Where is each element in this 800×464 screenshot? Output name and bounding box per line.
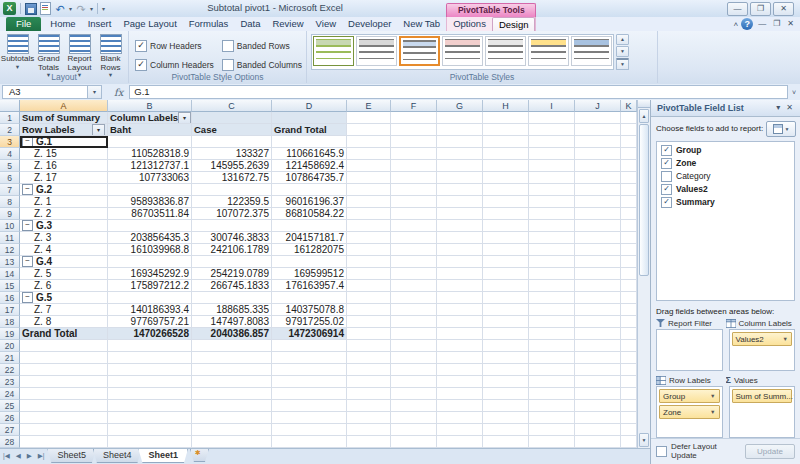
cell-K15[interactable] (621, 280, 637, 292)
field-item-zone[interactable]: ✓Zone (657, 157, 794, 170)
cell-D9[interactable]: 86810584.22 (272, 208, 347, 220)
cell-D12[interactable]: 161282075 (272, 244, 347, 256)
column-header-C[interactable]: C (192, 100, 272, 112)
cell-H22[interactable] (483, 364, 529, 376)
cell-E22[interactable] (347, 364, 391, 376)
cell-H2[interactable] (483, 124, 529, 136)
cell-D3[interactable] (272, 136, 347, 148)
cell-E9[interactable] (347, 208, 391, 220)
cell-I11[interactable] (529, 232, 575, 244)
field-checkbox-values2[interactable]: ✓ (661, 184, 672, 195)
cell-A22[interactable] (20, 364, 108, 376)
style-swatch-gold[interactable] (528, 36, 569, 66)
sheet-tab-sheet4[interactable]: Sheet4 (93, 449, 142, 463)
column-header-F[interactable]: F (391, 100, 437, 112)
cell-C5[interactable]: 145955.2639 (192, 160, 272, 172)
cell-J3[interactable] (575, 136, 621, 148)
cell-G3[interactable] (437, 136, 483, 148)
cell-D4[interactable]: 110661645.9 (272, 148, 347, 160)
cell-B21[interactable] (108, 352, 192, 364)
formula-input[interactable]: G.1 (129, 85, 788, 99)
cell-K19[interactable] (621, 328, 637, 340)
cell-A26[interactable] (20, 412, 108, 424)
cell-F24[interactable] (391, 388, 437, 400)
cell-G24[interactable] (437, 388, 483, 400)
cell-A15[interactable]: Z. 6 (20, 280, 108, 292)
cell-F19[interactable] (391, 328, 437, 340)
help-icon[interactable]: ? (741, 18, 753, 30)
cell-D21[interactable] (272, 352, 347, 364)
cell-I16[interactable] (529, 292, 575, 304)
cell-C12[interactable]: 242106.1789 (192, 244, 272, 256)
cell-E12[interactable] (347, 244, 391, 256)
cell-A16[interactable]: −G.5 (20, 292, 108, 304)
cell-C16[interactable] (192, 292, 272, 304)
cell-D2[interactable]: Grand Total (272, 124, 347, 136)
cell-H16[interactable] (483, 292, 529, 304)
cell-C9[interactable]: 107072.375 (192, 208, 272, 220)
filter-dropdown-icon[interactable]: ▾ (92, 124, 105, 136)
cell-A5[interactable]: Z. 16 (20, 160, 108, 172)
cell-E18[interactable] (347, 316, 391, 328)
cell-A10[interactable]: −G.3 (20, 220, 108, 232)
cell-A8[interactable]: Z. 1 (20, 196, 108, 208)
cell-A1[interactable]: Sum of Summary (20, 112, 108, 124)
column-header-G[interactable]: G (437, 100, 483, 112)
cell-F7[interactable] (391, 184, 437, 196)
cell-K20[interactable] (621, 340, 637, 352)
cell-A7[interactable]: −G.2 (20, 184, 108, 196)
cell-B14[interactable]: 169345292.9 (108, 268, 192, 280)
cell-D28[interactable] (272, 436, 347, 448)
cell-I19[interactable] (529, 328, 575, 340)
row-header-5[interactable]: 5 (0, 160, 20, 172)
row-header-17[interactable]: 17 (0, 304, 20, 316)
row-header-1[interactable]: 1 (0, 112, 20, 124)
checkbox-banded-rows[interactable] (222, 40, 234, 52)
cell-I15[interactable] (529, 280, 575, 292)
cell-H7[interactable] (483, 184, 529, 196)
field-list-layout-button[interactable]: ▼ (766, 121, 796, 137)
scroll-up-icon[interactable]: ▲ (639, 109, 649, 123)
cell-E20[interactable] (347, 340, 391, 352)
cell-I8[interactable] (529, 196, 575, 208)
cell-J25[interactable] (575, 400, 621, 412)
cell-E26[interactable] (347, 412, 391, 424)
cell-A25[interactable] (20, 400, 108, 412)
cell-K21[interactable] (621, 352, 637, 364)
cell-E27[interactable] (347, 424, 391, 436)
cell-E3[interactable] (347, 136, 391, 148)
row-header-13[interactable]: 13 (0, 256, 20, 268)
cell-J21[interactable] (575, 352, 621, 364)
cell-E11[interactable] (347, 232, 391, 244)
cell-D11[interactable]: 204157181.7 (272, 232, 347, 244)
minimize-button[interactable]: — (727, 2, 748, 16)
cell-K7[interactable] (621, 184, 637, 196)
cell-G4[interactable] (437, 148, 483, 160)
cell-A9[interactable]: Z. 2 (20, 208, 108, 220)
style-swatch-light-blue[interactable] (399, 36, 440, 66)
column-header-B[interactable]: B (108, 100, 192, 112)
qat-custom-icon[interactable] (40, 2, 51, 15)
pane-options-dropdown-icon[interactable]: ▾ (773, 103, 783, 112)
cell-D22[interactable] (272, 364, 347, 376)
tab-insert[interactable]: Insert (82, 17, 118, 31)
tab-options[interactable]: Options (447, 17, 492, 31)
pane-close-icon[interactable]: ✕ (783, 103, 796, 112)
cell-A20[interactable] (20, 340, 108, 352)
row-header-23[interactable]: 23 (0, 376, 20, 388)
excel-logo-icon[interactable]: X (3, 2, 16, 15)
cell-E4[interactable] (347, 148, 391, 160)
collapse-icon[interactable]: − (22, 220, 33, 231)
style-swatch-light-green[interactable] (313, 36, 354, 66)
row-header-9[interactable]: 9 (0, 208, 20, 220)
style-swatch-blue[interactable] (571, 36, 612, 66)
column-labels-box[interactable]: Values2▼ (729, 329, 796, 371)
cell-K13[interactable] (621, 256, 637, 268)
tab-developer[interactable]: Developer (342, 17, 397, 31)
row-header-20[interactable]: 20 (0, 340, 20, 352)
column-header-J[interactable]: J (575, 100, 621, 112)
cell-B5[interactable]: 121312737.1 (108, 160, 192, 172)
cell-J9[interactable] (575, 208, 621, 220)
cell-B9[interactable]: 86703511.84 (108, 208, 192, 220)
cell-F14[interactable] (391, 268, 437, 280)
